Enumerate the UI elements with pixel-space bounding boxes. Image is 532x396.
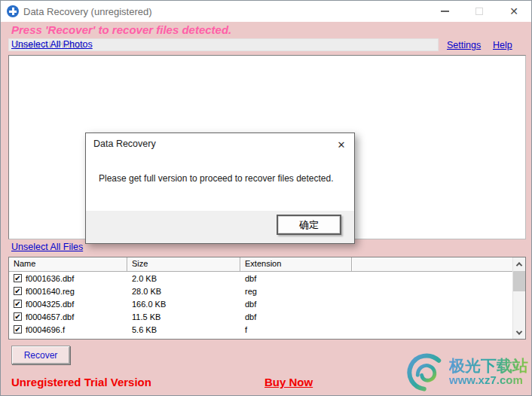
dialog-message: Please get full version to proceed to re… (99, 173, 334, 184)
dialog-title: Data Recovery (93, 133, 156, 154)
file-size: 2.0 KB (127, 274, 240, 283)
table-row[interactable]: ✔f0004696.f5.6 KBf (9, 323, 525, 336)
chevron-down-icon (516, 328, 522, 334)
file-extension: dbf (240, 312, 352, 321)
recover-button[interactable]: Recover (11, 346, 70, 364)
maximize-icon (475, 8, 483, 15)
file-name: f0004696.f (26, 325, 65, 334)
unselect-all-photos-link[interactable]: Unselect All Photos (11, 39, 93, 50)
scrollbar-thumb[interactable] (513, 271, 525, 291)
watermark-site-name: 极光下载站 (449, 357, 528, 374)
file-name-cell: ✔f0001640.reg (9, 287, 127, 296)
table-row[interactable]: ✔f0004657.dbf11.5 KBdbf (9, 310, 525, 323)
app-logo-icon (7, 5, 19, 17)
table-row[interactable]: ✔f0001636.dbf2.0 KBdbf (9, 272, 525, 285)
file-name-cell: ✔f0001636.dbf (9, 274, 127, 283)
file-extension: reg (240, 287, 352, 296)
column-header-size[interactable]: Size (127, 257, 240, 272)
row-checkbox[interactable]: ✔ (14, 300, 22, 308)
dialog-ok-button[interactable]: 确定 (277, 215, 341, 235)
file-size: 28.0 KB (127, 287, 240, 296)
table-row[interactable]: ✔f0004325.dbf166.0 KBdbf (9, 297, 525, 310)
column-header-empty (352, 257, 525, 272)
file-name-cell: ✔f0004657.dbf (9, 312, 127, 321)
file-name-cell: ✔f0004325.dbf (9, 300, 127, 309)
recover-hint-text: Press 'Recover' to recover files detecte… (11, 23, 231, 36)
column-header-extension[interactable]: Extension (240, 257, 352, 272)
window-controls: ✕ (427, 1, 531, 22)
file-name: f0004657.dbf (26, 312, 74, 321)
file-size: 5.6 KB (127, 325, 240, 334)
unselect-all-files-link[interactable]: Unselect All Files (11, 242, 83, 252)
help-link[interactable]: Help (493, 40, 512, 50)
row-checkbox[interactable]: ✔ (14, 325, 22, 334)
files-table-header: Name Size Extension (9, 257, 525, 272)
watermark-site-url: www.xz7.com (449, 374, 528, 387)
row-checkbox[interactable]: ✔ (14, 312, 22, 321)
swirl-logo-icon (405, 352, 446, 392)
vertical-scrollbar[interactable] (512, 257, 525, 339)
minimize-icon (441, 11, 449, 12)
minimize-button[interactable] (427, 1, 462, 22)
chevron-up-icon (516, 262, 522, 268)
file-name-cell: ✔f0004696.f (9, 325, 127, 334)
dialog-close-icon: ✕ (338, 139, 346, 151)
trial-version-text: Unregistered Trial Version (11, 376, 151, 388)
file-name: f0004325.dbf (26, 300, 74, 309)
files-table: Name Size Extension ✔f0001636.dbf2.0 KBd… (8, 257, 526, 340)
file-size: 166.0 KB (127, 300, 240, 309)
file-name: f0001636.dbf (26, 274, 74, 283)
buy-now-link[interactable]: Buy Now (264, 376, 313, 388)
close-icon: ✕ (509, 6, 518, 17)
file-size: 11.5 KB (127, 312, 240, 321)
window-title: Data Recovery (unregistered) (23, 6, 152, 17)
row-checkbox[interactable]: ✔ (14, 287, 22, 295)
file-extension: f (240, 325, 352, 334)
maximize-button[interactable] (462, 1, 497, 22)
dialog-close-button[interactable]: ✕ (333, 137, 350, 152)
files-rows: ✔f0001636.dbf2.0 KBdbf✔f0001640.reg28.0 … (9, 272, 525, 336)
file-name: f0001640.reg (26, 287, 75, 296)
settings-link[interactable]: Settings (447, 40, 481, 50)
table-row[interactable]: ✔f0001640.reg28.0 KBreg (9, 285, 525, 297)
site-watermark: 极光下载站 www.xz7.com (405, 352, 528, 392)
file-extension: dbf (240, 300, 352, 309)
column-header-name[interactable]: Name (9, 257, 127, 272)
close-button[interactable]: ✕ (497, 1, 531, 22)
app-window: Data Recovery (unregistered) ✕ Press 'Re… (0, 0, 532, 396)
scroll-up-button[interactable] (513, 257, 525, 270)
file-extension: dbf (240, 274, 352, 283)
title-bar: Data Recovery (unregistered) ✕ (1, 1, 531, 22)
message-dialog: Data Recovery ✕ Please get full version … (85, 133, 355, 244)
row-checkbox[interactable]: ✔ (14, 274, 22, 282)
watermark-texts: 极光下载站 www.xz7.com (449, 357, 528, 387)
scroll-down-button[interactable] (513, 326, 525, 339)
